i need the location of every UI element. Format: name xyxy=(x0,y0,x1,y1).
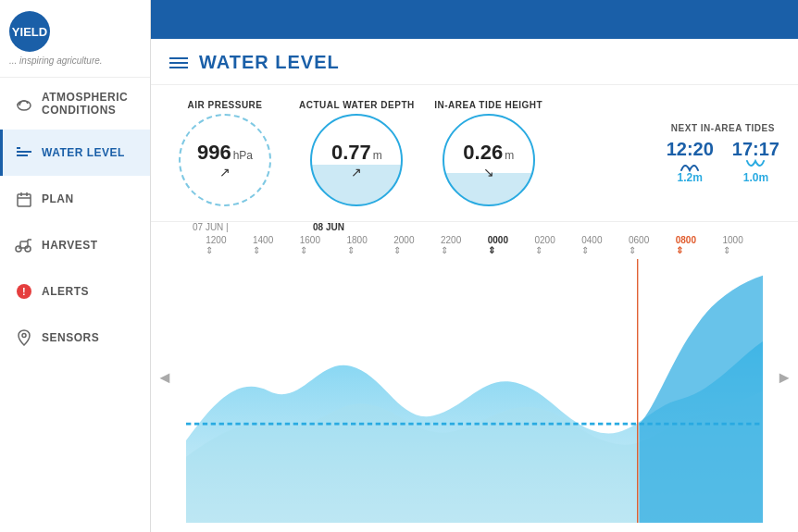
logo-text: YIELD xyxy=(12,25,47,39)
waves-icon xyxy=(14,142,34,163)
chart-area: ◄ ► 07 JUN | 08 JUN 1200⇕ 1400⇕ 1600⇕ 18… xyxy=(151,222,798,532)
content-panel: WATER LEVEL AIR PRESSURE 996 hPa ↗ ACTUA… xyxy=(151,39,798,532)
water-depth-unit: m xyxy=(373,149,382,162)
logo-area: YIELD ... inspiring agriculture. xyxy=(0,0,150,78)
tide-height-card: IN-AREA TIDE HEIGHT 0.26 m ↘ xyxy=(433,100,544,206)
logo-tagline: ... inspiring agriculture. xyxy=(9,56,103,66)
tick-0400: 0400⇕ xyxy=(581,235,602,255)
menu-icon[interactable] xyxy=(169,57,188,68)
tide-up-icon xyxy=(679,160,701,171)
water-depth-circle: 0.77 m ↗ xyxy=(310,114,403,206)
hamburger-line-3 xyxy=(169,67,188,68)
sidebar-item-harvest-label: HARVEST xyxy=(42,239,98,252)
sidebar-item-water-level[interactable]: WATER LEVEL xyxy=(0,130,150,176)
air-pressure-label: AIR PRESSURE xyxy=(187,100,262,110)
air-pressure-value: 996 xyxy=(197,141,231,165)
tide-entry-1: 12:20 1.2m xyxy=(667,139,714,184)
metrics-row: AIR PRESSURE 996 hPa ↗ ACTUAL WATER DEPT… xyxy=(151,85,798,222)
chart-nav-right[interactable]: ► xyxy=(776,367,792,387)
current-area-fill xyxy=(640,276,764,523)
air-pressure-trend: ↗ xyxy=(219,165,231,179)
calendar-icon xyxy=(14,189,34,209)
tide-height-circle: 0.26 m ↘ xyxy=(443,114,535,206)
water-depth-label: ACTUAL WATER DEPTH xyxy=(299,100,415,110)
sidebar-item-sensors-label: SENSORS xyxy=(42,331,99,344)
sidebar-item-atmospheric-conditions[interactable]: ATMOSPHERIC CONDITIONS xyxy=(0,78,150,130)
tide-down-icon xyxy=(744,160,767,171)
sidebar-item-water-level-label: WATER LEVEL xyxy=(42,146,125,159)
tick-2200: 2200⇕ xyxy=(441,235,461,255)
sidebar-item-atmospheric-conditions-label: ATMOSPHERIC CONDITIONS xyxy=(42,91,139,117)
sidebar-item-sensors[interactable]: SENSORS xyxy=(0,315,150,361)
water-depth-value-group: 0.77 m xyxy=(331,141,382,165)
svg-text:!: ! xyxy=(22,286,26,297)
hamburger-line-1 xyxy=(169,57,188,59)
sidebar-item-harvest[interactable]: HARVEST xyxy=(0,222,150,268)
tide-height-1: 1.2m xyxy=(678,171,703,184)
air-pressure-circle: 996 hPa ↗ xyxy=(179,114,271,206)
tick-1000: 1000⇕ xyxy=(723,235,743,255)
water-depth-card: ACTUAL WATER DEPTH 0.77 m ↗ xyxy=(299,100,415,206)
tide-height-unit: m xyxy=(505,149,514,162)
page-header: WATER LEVEL xyxy=(151,39,798,85)
logo: YIELD xyxy=(9,11,50,52)
alert-icon: ! xyxy=(14,281,34,302)
tick-0800: 0800⇕ xyxy=(676,235,696,255)
chart-svg xyxy=(186,259,763,523)
tick-0600: 0600⇕ xyxy=(629,235,649,255)
tide-time-1: 12:20 xyxy=(667,139,714,160)
tide-height-value-group: 0.26 m xyxy=(463,141,514,165)
tide-height-2: 1.0m xyxy=(743,171,768,184)
water-depth-trend: ↗ xyxy=(351,165,362,179)
main-content: WATER LEVEL AIR PRESSURE 996 hPa ↗ ACTUA… xyxy=(151,0,798,532)
sidebar-item-alerts-label: ALERTS xyxy=(42,285,89,298)
sidebar-item-plan-label: PLAN xyxy=(42,192,74,205)
chart-canvas xyxy=(186,259,763,523)
tides-panel: NEXT IN-AREA TIDES 12:20 1.2m 17:17 xyxy=(667,123,779,184)
time-ticks: 1200⇕ 1400⇕ 1600⇕ 1800⇕ 2000⇕ 2200⇕ 0000… xyxy=(193,235,756,255)
tide-height-trend: ↘ xyxy=(483,165,494,179)
time-axis-inner: 07 JUN | 08 JUN 1200⇕ 1400⇕ 1600⇕ 1800⇕ … xyxy=(193,222,756,259)
chart-nav-left[interactable]: ◄ xyxy=(156,367,173,387)
tide-entry-2: 17:17 1.0m xyxy=(732,139,779,184)
tide-height-value: 0.26 xyxy=(463,141,503,165)
svg-rect-4 xyxy=(18,194,31,206)
sidebar-item-alerts[interactable]: ! ALERTS xyxy=(0,268,150,315)
tick-1600: 1600⇕ xyxy=(300,235,320,255)
air-pressure-unit: hPa xyxy=(233,149,253,162)
svg-point-9 xyxy=(16,246,21,252)
time-axis: 07 JUN | 08 JUN 1200⇕ 1400⇕ 1600⇕ 1800⇕ … xyxy=(160,222,789,259)
tick-1800: 1800⇕ xyxy=(347,235,368,255)
hamburger-line-2 xyxy=(169,62,188,64)
date-07jun: 07 JUN | xyxy=(193,222,229,232)
page-title: WATER LEVEL xyxy=(199,52,340,73)
cloud-icon xyxy=(14,93,34,114)
sidebar: YIELD ... inspiring agriculture. ATMOSPH… xyxy=(0,0,151,532)
tick-0200: 0200⇕ xyxy=(535,235,555,255)
tide-height-label: IN-AREA TIDE HEIGHT xyxy=(434,100,542,110)
pin-icon xyxy=(14,328,34,348)
tides-times: 12:20 1.2m 17:17 xyxy=(667,139,779,184)
date-08jun: 08 JUN xyxy=(313,222,344,232)
water-depth-value: 0.77 xyxy=(331,141,371,165)
air-pressure-value-group: 996 hPa xyxy=(197,141,253,165)
tick-1200: 1200⇕ xyxy=(206,235,226,255)
sidebar-item-plan[interactable]: PLAN xyxy=(0,176,150,222)
tick-1400: 1400⇕ xyxy=(253,235,273,255)
tick-2000: 2000⇕ xyxy=(393,235,414,255)
tick-0000: 0000⇕ xyxy=(488,235,508,255)
top-bar xyxy=(151,0,798,39)
tides-label: NEXT IN-AREA TIDES xyxy=(671,123,775,133)
tractor-icon xyxy=(14,235,34,255)
air-pressure-card: AIR PRESSURE 996 hPa ↗ xyxy=(169,100,281,206)
svg-point-16 xyxy=(22,334,26,338)
tide-time-2: 17:17 xyxy=(732,139,779,160)
